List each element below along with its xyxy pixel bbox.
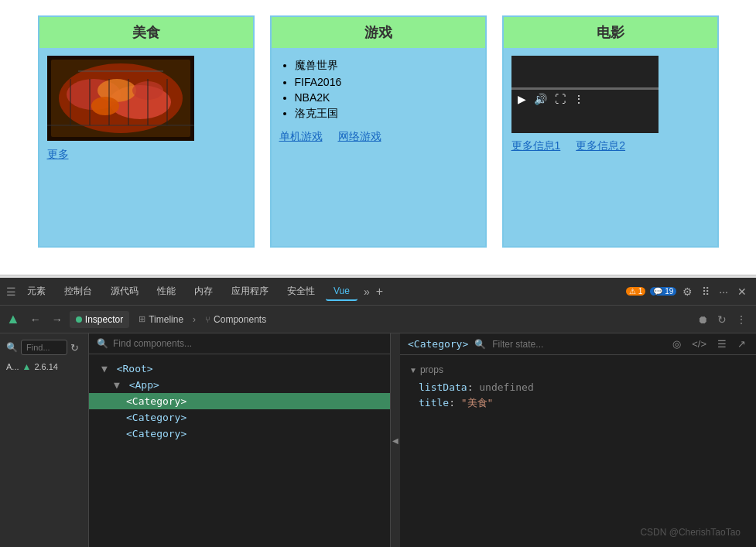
prop-colon-0: : xyxy=(467,381,474,393)
vue-back-btn[interactable]: ← xyxy=(26,312,45,327)
tab-source[interactable]: 源代码 xyxy=(103,282,146,301)
tree-category-1[interactable]: <Category> xyxy=(89,409,390,426)
prop-key-0: listData xyxy=(419,381,467,393)
vue-inspector-tab[interactable]: Inspector xyxy=(70,311,129,328)
movie-links: 更多信息1 更多信息2 xyxy=(511,139,710,153)
play-icon[interactable]: ▶ xyxy=(518,93,526,105)
components-label: Components xyxy=(214,314,266,325)
collapse-handle[interactable]: ◀ xyxy=(391,333,400,547)
prop-key-1: title xyxy=(419,397,449,409)
sidebar-search-input[interactable] xyxy=(21,340,67,355)
components-branch-icon: ⑂ xyxy=(205,315,210,324)
app-version-number: 2.6.14 xyxy=(34,362,58,371)
dots-icon[interactable]: ⠿ xyxy=(699,285,713,298)
tree-toggle-app: ▼ xyxy=(114,379,120,391)
props-content: ▼ props listData: undefined title: "美食" xyxy=(400,355,756,547)
prop-value-0: undefined xyxy=(479,381,533,393)
game-item-3: 洛克王国 xyxy=(295,107,477,121)
props-list-icon[interactable]: ☰ xyxy=(715,338,729,350)
app-vue-logo-icon: ▲ xyxy=(22,361,32,372)
component-tree-panel: 🔍 ▼ <Root> ▼ <App> <Category> <Category> xyxy=(89,333,391,547)
tab-application[interactable]: 应用程序 xyxy=(224,282,276,301)
tree-app[interactable]: ▼ <App> xyxy=(89,377,390,393)
food-more-link[interactable]: 更多 xyxy=(47,148,69,160)
food-card-header: 美食 xyxy=(39,17,253,48)
vue-refresh-btn[interactable]: ↻ xyxy=(714,313,730,326)
tab-elements[interactable]: 元素 xyxy=(19,282,53,301)
vue-components-tab[interactable]: ⑂ Components xyxy=(199,311,272,328)
tab-vue[interactable]: Vue xyxy=(326,282,357,301)
tree-root-label: <Root> xyxy=(117,363,153,374)
page-area: 美食 xyxy=(0,0,756,275)
tree-root[interactable]: ▼ <Root> xyxy=(89,361,390,377)
props-section-label: props xyxy=(420,364,443,375)
game-item-1: FIFA2016 xyxy=(295,76,477,88)
tree-app-label: <App> xyxy=(129,379,159,391)
props-arrow-icon: ▼ xyxy=(409,366,417,374)
food-image xyxy=(47,56,194,141)
devtools-tabbar: ☰ 元素 控制台 源代码 性能 内存 应用程序 安全性 Vue » + ⚠ 1 … xyxy=(0,278,756,306)
vue-more-btn[interactable]: ⋮ xyxy=(733,313,750,326)
movie-card: 电影 ▶ 🔊 ⛶ ⋮ 更多信息1 更多信息2 xyxy=(502,15,719,248)
sidebar-refresh-icon[interactable]: ↻ xyxy=(70,342,79,354)
devtools-left-sidebar: 🔍 ↻ A... ▲ 2.6.14 xyxy=(0,333,89,547)
watermark: CSDN @CherishTaoTao xyxy=(640,527,741,538)
prop-row-0: listData: undefined xyxy=(409,381,747,393)
game-item-0: 魔兽世界 xyxy=(295,59,477,73)
props-code-icon[interactable]: </> xyxy=(689,338,709,350)
ellipsis-icon[interactable]: ··· xyxy=(716,285,731,298)
sidebar-search-row: 🔍 ↻ xyxy=(6,340,82,355)
props-open-icon[interactable]: ↗ xyxy=(735,338,748,350)
devtools-icon-back[interactable]: ☰ xyxy=(6,285,16,298)
games-card-body: 魔兽世界 FIFA2016 NBA2K 洛克王国 单机游戏 网络游戏 xyxy=(272,48,485,246)
devtools: ☰ 元素 控制台 源代码 性能 内存 应用程序 安全性 Vue » + ⚠ 1 … xyxy=(0,278,756,547)
props-snapshot-icon[interactable]: ◎ xyxy=(670,338,683,350)
close-icon[interactable]: ✕ xyxy=(734,285,750,298)
vue-timeline-tab[interactable]: ⊞ Timeline xyxy=(132,311,190,328)
game-link-online[interactable]: 网络游戏 xyxy=(338,130,381,144)
tab-security[interactable]: 安全性 xyxy=(279,282,323,301)
props-header: <Category> 🔍 ◎ </> ☰ ↗ xyxy=(400,333,756,355)
svg-point-6 xyxy=(91,97,119,115)
prop-colon-1: : xyxy=(449,397,455,409)
game-link-single[interactable]: 单机游戏 xyxy=(279,130,323,144)
component-search-bar: 🔍 xyxy=(89,333,390,354)
game-item-2: NBA2K xyxy=(295,91,477,104)
prop-value-1: "美食" xyxy=(461,397,494,409)
tab-performance[interactable]: 性能 xyxy=(149,282,183,301)
inspector-label: Inspector xyxy=(85,314,123,325)
props-filter-search-icon: 🔍 xyxy=(474,339,486,350)
more-icon[interactable]: ⋮ xyxy=(573,93,584,105)
food-card: 美食 xyxy=(38,15,255,248)
tab-more[interactable]: » xyxy=(361,285,373,298)
props-filter-input[interactable] xyxy=(492,339,664,350)
props-section-title: ▼ props xyxy=(409,364,747,375)
sidebar-search-icon: 🔍 xyxy=(6,342,18,353)
volume-icon[interactable]: 🔊 xyxy=(534,93,547,105)
timeline-label: Timeline xyxy=(149,314,183,325)
component-search-input[interactable] xyxy=(113,338,382,349)
tab-console[interactable]: 控制台 xyxy=(56,282,100,301)
timeline-grid-icon: ⊞ xyxy=(139,314,145,324)
tree-category-0-label: <Category> xyxy=(126,395,186,407)
tab-memory[interactable]: 内存 xyxy=(186,282,221,301)
vue-forward-btn[interactable]: → xyxy=(48,312,67,327)
alert-badge: ⚠ 1 xyxy=(626,287,645,296)
fullscreen-icon[interactable]: ⛶ xyxy=(555,93,566,105)
app-version-row: A... ▲ 2.6.14 xyxy=(6,361,82,372)
tree-category-2[interactable]: <Category> xyxy=(89,426,390,442)
food-card-body: 更多 xyxy=(39,48,253,246)
tree-category-0[interactable]: <Category> xyxy=(89,393,390,409)
vue-record-btn[interactable]: ⏺ xyxy=(694,313,711,326)
games-card-header: 游戏 xyxy=(272,17,485,48)
props-section: ▼ props listData: undefined title: "美食" xyxy=(409,364,747,410)
video-player[interactable]: ▶ 🔊 ⛶ ⋮ xyxy=(511,56,659,133)
movie-link-1[interactable]: 更多信息1 xyxy=(511,139,561,153)
video-controls: ▶ 🔊 ⛶ ⋮ xyxy=(511,93,659,105)
component-tree: ▼ <Root> ▼ <App> <Category> <Category> <… xyxy=(89,354,390,547)
movie-link-2[interactable]: 更多信息2 xyxy=(576,139,625,153)
tab-add[interactable]: + xyxy=(376,285,383,299)
settings-icon[interactable]: ⚙ xyxy=(679,285,696,298)
app-letter: A... xyxy=(6,362,19,371)
props-panel: <Category> 🔍 ◎ </> ☰ ↗ ▼ props listData:… xyxy=(400,333,756,547)
